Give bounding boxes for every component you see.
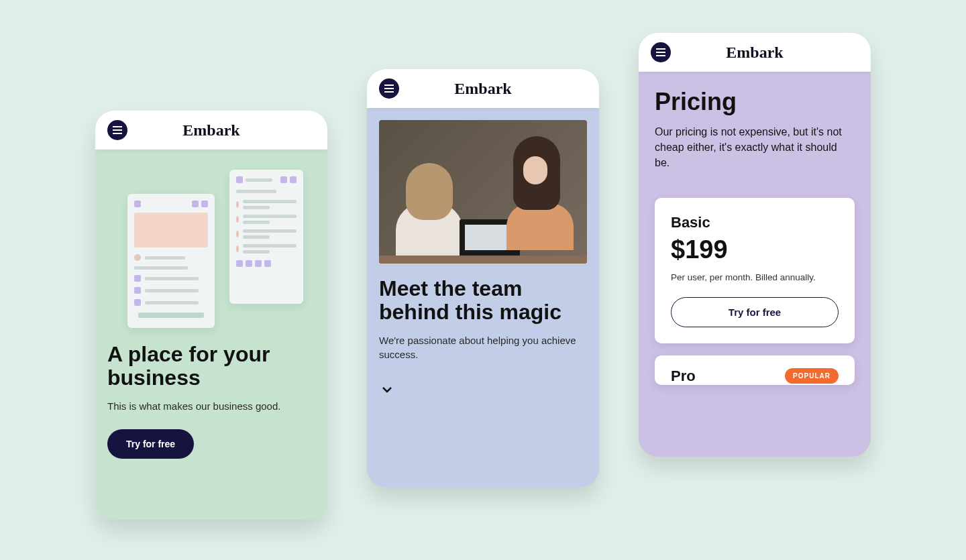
app-header: Embark (367, 69, 599, 108)
team-heading: Meet the team behind this magic (379, 277, 587, 324)
plan-name: Basic (671, 214, 839, 231)
plan-cta-button[interactable]: Try for free (671, 297, 839, 327)
menu-icon[interactable] (107, 120, 127, 140)
menu-icon[interactable] (379, 78, 399, 99)
hero-subheading: This is what makes our business good. (107, 399, 315, 413)
plan-note: Per user, per month. Billed annually. (671, 272, 839, 282)
try-free-button[interactable]: Try for free (107, 429, 194, 459)
mobile-preview-home: Embark (95, 111, 327, 520)
hero-illustration (107, 162, 315, 343)
illustration-card-front (127, 194, 215, 328)
mobile-preview-pricing: Embark Pricing Our pricing is not expens… (639, 33, 871, 457)
pricing-body: Pricing Our pricing is not expensive, bu… (639, 72, 871, 385)
popular-badge: POPULAR (785, 368, 839, 384)
brand-logo: Embark (726, 44, 783, 62)
pricing-intro: Our pricing is not expensive, but it's n… (655, 124, 855, 171)
team-photo (379, 120, 587, 264)
brand-logo: Embark (454, 80, 511, 98)
pricing-title: Pricing (655, 88, 855, 116)
app-header: Embark (95, 111, 327, 150)
mobile-preview-team: Embark Meet the team behind this magic W… (367, 69, 599, 488)
team-body: Meet the team behind this magic We're pa… (367, 108, 599, 412)
home-body: A place for your business This is what m… (95, 150, 327, 471)
brand-logo: Embark (182, 121, 239, 139)
menu-icon[interactable] (651, 42, 671, 62)
plan-card-basic: Basic $199 Per user, per month. Billed a… (655, 198, 855, 343)
illustration-card-back (229, 170, 303, 304)
plan-card-pro: Pro POPULAR (655, 355, 855, 385)
chevron-down-icon[interactable] (379, 382, 395, 400)
team-subheading: We're passionate about helping you achie… (379, 333, 587, 361)
plan-price: $199 (671, 235, 839, 264)
plan-name: Pro (671, 368, 696, 385)
hero-heading: A place for your business (107, 343, 315, 390)
app-header: Embark (639, 33, 871, 72)
